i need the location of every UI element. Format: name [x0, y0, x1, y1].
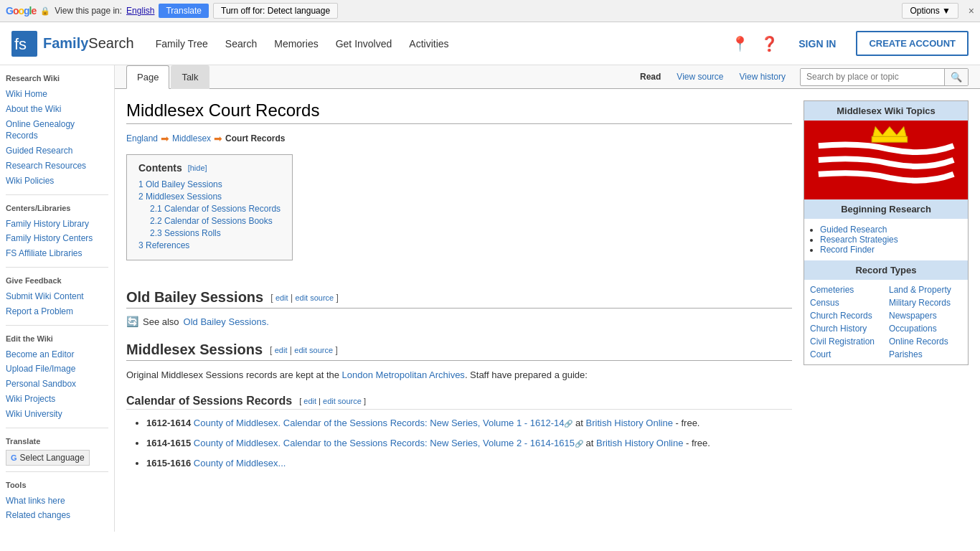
sidebar-item-wiki-home[interactable]: Wiki Home — [6, 87, 108, 102]
edit-source-calendar-records-link[interactable]: edit source — [323, 397, 362, 405]
main-navigation: fs FamilySearch Family Tree Search Memor… — [0, 22, 980, 65]
sidebar-item-personal-sandbox[interactable]: Personal Sandbox — [6, 377, 108, 392]
section-calendar-records: Calendar of Sessions Records [ edit | ed… — [126, 395, 792, 410]
tab-page[interactable]: Page — [126, 65, 169, 89]
nav-activities[interactable]: Activities — [409, 38, 448, 50]
breadcrumb-middlesex[interactable]: Middlesex — [172, 133, 211, 143]
section-middlesex-sessions-edit-links: [ edit | edit source ] — [270, 345, 338, 355]
nav-get-involved[interactable]: Get Involved — [336, 38, 392, 50]
contents-item-3: 3 References — [138, 240, 281, 250]
contents-item-2-1: 2.1 Calendar of Sessions Records — [138, 204, 281, 214]
section-middlesex-sessions: Middlesex Sessions [ edit | edit source … — [126, 342, 792, 361]
sidebar-item-submit-wiki[interactable]: Submit Wiki Content — [6, 289, 108, 304]
sidebar-item-fs-affiliate[interactable]: FS Affiliate Libraries — [6, 246, 108, 261]
ext-link-icon-1: 🔗 — [564, 420, 573, 428]
record-type-newspapers[interactable]: Newspapers — [889, 310, 962, 321]
sidebar-item-online-genealogy[interactable]: Online Genealogy Records — [6, 117, 108, 144]
sidebar-item-what-links-here[interactable]: What links here — [6, 494, 108, 509]
sidebar-item-wiki-university[interactable]: Wiki University — [6, 407, 108, 422]
see-also-old-bailey: 🔄 See also Old Bailey Sessions. — [126, 316, 792, 327]
language-select[interactable]: English — [126, 6, 154, 16]
london-metro-archives-link[interactable]: London Metropolitan Archives — [342, 369, 465, 380]
middlesex-flag — [804, 121, 968, 199]
sidebar-item-wiki-projects[interactable]: Wiki Projects — [6, 392, 108, 407]
nav-search[interactable]: Search — [225, 38, 257, 50]
record-type-parishes[interactable]: Parishes — [889, 349, 962, 360]
select-language-button[interactable]: G Select Language — [6, 450, 90, 466]
record-type-cemeteries[interactable]: Cemeteries — [810, 284, 883, 296]
edit-old-bailey-link[interactable]: edit — [275, 293, 288, 302]
contents-hide-link[interactable]: [hide] — [188, 164, 207, 172]
nav-memories[interactable]: Memories — [274, 38, 318, 50]
british-history-online-link-1[interactable]: British History Online — [586, 418, 673, 428]
record-type-civil-registration[interactable]: Civil Registration — [810, 336, 883, 347]
turn-off-button[interactable]: Turn off for: Detect language — [213, 3, 338, 19]
contents-link-middlesex-sessions[interactable]: 2 Middlesex Sessions — [138, 192, 222, 202]
edit-middlesex-sessions-link[interactable]: edit — [275, 346, 288, 354]
sidebar-item-about-wiki[interactable]: About the Wiki — [6, 102, 108, 117]
edit-calendar-records-link[interactable]: edit — [303, 397, 316, 405]
sidebar-item-related-changes[interactable]: Related changes — [6, 508, 108, 523]
translate-button[interactable]: Translate — [159, 4, 209, 18]
edit-source-old-bailey-link[interactable]: edit source — [295, 293, 334, 302]
contents-link-sessions-rolls[interactable]: 2.3 Sessions Rolls — [150, 228, 221, 238]
sidebar-divider-4 — [6, 428, 108, 428]
contents-link-old-bailey[interactable]: 1 Old Bailey Sessions — [138, 179, 222, 189]
view-page-text: View this page in: — [55, 6, 122, 16]
breadcrumb-current: Court Records — [225, 133, 285, 143]
sidebar-item-become-editor[interactable]: Become an Editor — [6, 347, 108, 362]
action-read[interactable]: Read — [633, 67, 668, 86]
sidebar-item-research-resources[interactable]: Research Resources — [6, 159, 108, 174]
list-item-1615-years: 1615-1616 — [146, 458, 191, 468]
logo-text: FamilySearch — [43, 35, 134, 52]
record-type-church-records[interactable]: Church Records — [810, 310, 883, 321]
sidebar-item-upload-file[interactable]: Upload File/Image — [6, 362, 108, 377]
create-account-button[interactable]: CREATE ACCOUNT — [856, 31, 969, 56]
sidebar-section-tools: Tools — [6, 481, 108, 489]
wiki-search-button[interactable]: 🔍 — [944, 69, 968, 85]
record-type-online-records[interactable]: Online Records — [889, 336, 962, 347]
record-type-census[interactable]: Census — [810, 297, 883, 309]
sign-in-button[interactable]: SIGN IN — [790, 32, 844, 55]
middlesex-sessions-paragraph: Original Middlesex Sessions records are … — [126, 368, 792, 383]
edit-source-middlesex-sessions-link[interactable]: edit source — [294, 346, 333, 354]
contents-link-calendar-books[interactable]: 2.2 Calendar of Sessions Books — [150, 216, 273, 226]
record-type-church-history[interactable]: Church History — [810, 323, 883, 334]
tab-talk[interactable]: Talk — [171, 65, 209, 89]
guided-research-link[interactable]: Guided Research — [820, 225, 887, 235]
contents-link-references[interactable]: 3 References — [138, 240, 189, 250]
british-history-online-link-2[interactable]: British History Online — [596, 438, 683, 448]
sidebar-section-research-wiki: Research Wiki — [6, 74, 108, 83]
sidebar-item-report-problem[interactable]: Report a Problem — [6, 304, 108, 319]
action-view-history[interactable]: View history — [732, 67, 793, 86]
record-type-military[interactable]: Military Records — [889, 297, 962, 309]
wiki-search-input[interactable] — [801, 69, 944, 85]
contents-link-calendar-records[interactable]: 2.1 Calendar of Sessions Records — [150, 204, 281, 214]
nav-family-tree[interactable]: Family Tree — [156, 38, 208, 50]
sidebar-item-family-history-centers[interactable]: Family History Centers — [6, 231, 108, 246]
help-icon-button[interactable]: ❓ — [760, 35, 778, 52]
logo-link[interactable]: fs FamilySearch — [11, 31, 134, 57]
sidebar-item-family-history-library[interactable]: Family History Library — [6, 217, 108, 232]
sidebar-item-wiki-policies[interactable]: Wiki Policies — [6, 174, 108, 189]
section-old-bailey: Old Bailey Sessions [ edit | edit source… — [126, 289, 792, 309]
breadcrumb-england[interactable]: England — [126, 133, 158, 143]
list-item-1612-link[interactable]: County of Middlesex. Calendar of the Ses… — [194, 418, 565, 428]
record-type-land-property[interactable]: Land & Property — [889, 284, 962, 296]
middlesex-wiki-box: Middlesex Wiki Topics — [804, 100, 969, 365]
record-type-occupations[interactable]: Occupations — [889, 323, 962, 334]
location-icon-button[interactable]: 📍 — [731, 35, 749, 52]
section-calendar-records-title: Calendar of Sessions Records — [126, 395, 292, 408]
see-also-old-bailey-link[interactable]: Old Bailey Sessions. — [184, 316, 269, 327]
list-item-1615-link[interactable]: County of Middlesex... — [194, 458, 286, 468]
options-button[interactable]: Options ▼ — [902, 3, 958, 19]
list-item-1614-link[interactable]: County of Middlesex. Calendar to the Ses… — [194, 438, 575, 448]
record-type-court[interactable]: Court — [810, 349, 883, 360]
close-translate-button[interactable]: × — [969, 5, 974, 17]
wiki-content: Middlesex Court Records England ➡ Middle… — [115, 89, 980, 487]
beginning-research-title: Beginning Research — [804, 199, 968, 219]
sidebar-item-guided-research[interactable]: Guided Research — [6, 143, 108, 159]
research-strategies-link[interactable]: Research Strategies — [820, 235, 898, 245]
action-view-source[interactable]: View source — [669, 67, 730, 86]
record-finder-link[interactable]: Record Finder — [820, 245, 875, 255]
